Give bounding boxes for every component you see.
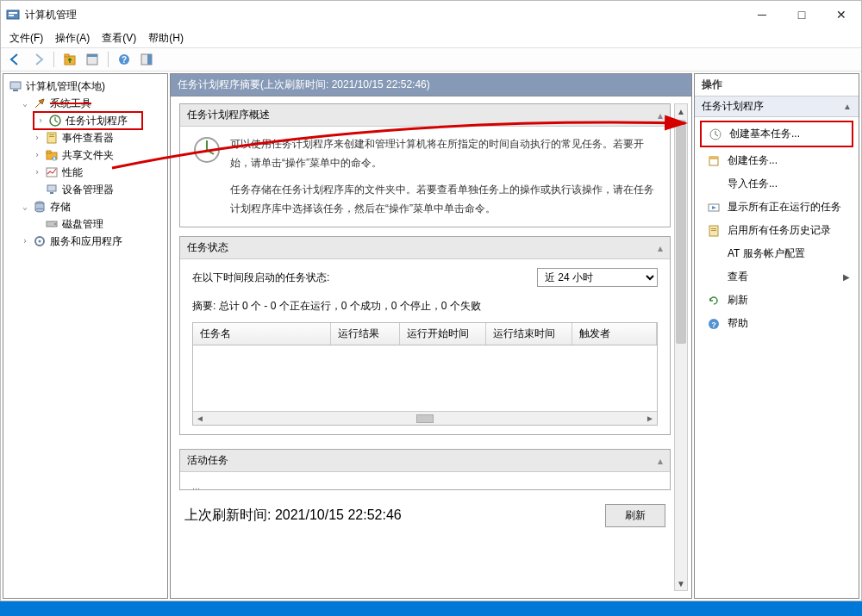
up-button[interactable] — [60, 50, 79, 69]
tree-storage[interactable]: ⌄ 存储 — [16, 198, 167, 215]
svg-text:?: ? — [122, 55, 127, 65]
action-import-task[interactable]: 导入任务... — [695, 172, 859, 196]
action-enable-history[interactable]: 启用所有任务历史记录 — [695, 219, 859, 242]
maximize-button[interactable]: □ — [782, 2, 821, 28]
action-view[interactable]: 查看 ▶ — [695, 265, 859, 289]
tree-device-manager[interactable]: › 设备管理器 — [28, 181, 167, 198]
help-button[interactable]: ? — [115, 50, 134, 69]
svg-text:?: ? — [711, 320, 716, 328]
task-table: 任务名 运行结果 运行开始时间 运行结束时间 触发者 ◄► — [192, 322, 658, 426]
svg-rect-1 — [9, 12, 17, 14]
expand-icon[interactable]: ⌄ — [21, 96, 29, 111]
services-icon — [33, 234, 47, 248]
clock-icon — [48, 114, 62, 128]
collapse-icon[interactable]: ▴ — [658, 109, 663, 121]
menu-action[interactable]: 操作(A) — [55, 31, 90, 46]
svg-rect-10 — [147, 54, 152, 65]
device-icon — [45, 183, 59, 196]
running-icon — [707, 201, 721, 215]
svg-rect-14 — [47, 133, 56, 143]
forward-button[interactable] — [28, 50, 47, 69]
history-icon — [707, 224, 721, 238]
svg-point-31 — [39, 240, 41, 243]
collapse-icon[interactable]: ▴ — [658, 455, 663, 467]
col-start[interactable]: 运行开始时间 — [400, 323, 486, 345]
footer-row: 上次刷新时间: 2021/10/15 22:52:46 刷新 — [179, 499, 671, 527]
col-trigger[interactable]: 触发者 — [572, 323, 657, 345]
action-help[interactable]: ? 帮助 — [695, 312, 859, 335]
expand-icon[interactable]: › — [33, 147, 41, 163]
overview-group: 任务计划程序概述 ▴ 可以使用任务计划程序来创建和管理计算机将在所指定的时间自动… — [179, 103, 671, 227]
titlebar: 计算机管理 ─ □ ✕ — [1, 1, 861, 28]
svg-rect-6 — [87, 54, 97, 57]
tree-performance[interactable]: › 性能 — [28, 164, 167, 181]
actions-header: 操作 — [695, 74, 859, 96]
svg-rect-16 — [49, 136, 54, 137]
action-at-config[interactable]: AT 服务帐户配置 — [695, 242, 859, 265]
col-name[interactable]: 任务名 — [193, 323, 331, 345]
menu-file[interactable]: 文件(F) — [9, 31, 43, 46]
col-end[interactable]: 运行结束时间 — [486, 323, 572, 345]
expand-icon[interactable]: › — [21, 233, 29, 249]
h-scrollbar[interactable]: ◄► — [193, 411, 657, 425]
svg-rect-18 — [47, 151, 51, 153]
highlight-create-basic: 创建基本任务... — [700, 121, 853, 147]
main-header: 任务计划程序摘要(上次刷新时间: 2021/10/15 22:52:46) — [170, 73, 692, 96]
status-title: 任务状态 — [187, 240, 228, 255]
actions-section: 任务计划程序 ▲ — [695, 96, 859, 117]
svg-rect-11 — [10, 82, 21, 89]
expand-icon[interactable]: › — [36, 113, 45, 128]
disk-icon — [45, 217, 59, 231]
last-refresh-time: 上次刷新时间: 2021/10/15 22:52:46 — [184, 507, 402, 525]
col-result[interactable]: 运行结果 — [331, 323, 400, 345]
svg-rect-21 — [53, 159, 56, 160]
tree-event-viewer[interactable]: › 事件查看器 — [28, 129, 167, 146]
action-create-basic-task[interactable]: 创建基本任务... — [702, 122, 852, 146]
panel-toggle-button[interactable] — [137, 50, 156, 69]
share-icon — [45, 148, 59, 162]
status-range-select[interactable]: 近 24 小时 — [537, 268, 658, 287]
expand-icon[interactable]: › — [33, 165, 41, 180]
tree-system-tools[interactable]: ⌄ 系统工具 — [16, 95, 167, 112]
tree-disk-management[interactable]: › 磁盘管理 — [28, 215, 167, 233]
collapse-icon[interactable]: ▴ — [658, 242, 663, 254]
expand-icon[interactable]: ⌄ — [21, 199, 29, 215]
active-title: 活动任务 — [187, 453, 228, 468]
refresh-button[interactable]: 刷新 — [605, 504, 665, 527]
event-icon — [45, 131, 59, 145]
svg-point-29 — [54, 223, 56, 225]
action-show-running[interactable]: 显示所有正在运行的任务 — [695, 196, 859, 219]
tree-root[interactable]: 计算机管理(本地) — [3, 78, 167, 95]
action-refresh[interactable]: 刷新 — [695, 289, 859, 312]
tree-services[interactable]: › 服务和应用程序 — [16, 233, 167, 250]
menu-bar: 文件(F) 操作(A) 查看(V) 帮助(H) — [1, 28, 861, 47]
status-label: 在以下时间段启动的任务状态: — [192, 271, 527, 285]
svg-rect-15 — [49, 134, 54, 135]
svg-rect-24 — [50, 192, 53, 194]
actions-panel: 操作 任务计划程序 ▲ 创建基本任务... 创建任务... — [694, 73, 859, 599]
task-icon — [707, 154, 721, 168]
menu-view[interactable]: 查看(V) — [102, 31, 136, 46]
expand-icon[interactable]: › — [33, 130, 41, 146]
close-button[interactable]: ✕ — [821, 2, 861, 28]
minimize-button[interactable]: ─ — [742, 2, 782, 28]
v-scrollbar[interactable]: ▲ ▼ — [674, 103, 688, 591]
svg-rect-39 — [711, 228, 716, 229]
svg-rect-2 — [9, 15, 14, 16]
svg-rect-36 — [709, 157, 718, 159]
submenu-arrow-icon: ▶ — [843, 272, 850, 282]
svg-rect-40 — [711, 230, 716, 231]
menu-help[interactable]: 帮助(H) — [148, 31, 184, 46]
computer-icon — [9, 79, 22, 93]
action-create-task[interactable]: 创建任务... — [695, 149, 859, 172]
back-button[interactable] — [6, 50, 25, 69]
svg-rect-23 — [47, 185, 56, 191]
tree-shared-folders[interactable]: › 共享文件夹 — [28, 146, 167, 164]
tree-task-scheduler[interactable]: › 任务计划程序 — [28, 112, 167, 129]
properties-button[interactable] — [83, 50, 102, 69]
collapse-icon[interactable]: ▲ — [843, 102, 852, 111]
overview-text-2: 任务存储在任务计划程序库的文件夹中。若要查看单独任务上的操作或执行该操作，请在任… — [230, 181, 658, 218]
overview-title: 任务计划程序概述 — [187, 108, 270, 122]
toolbar: ? — [1, 47, 861, 72]
storage-icon — [33, 200, 47, 214]
